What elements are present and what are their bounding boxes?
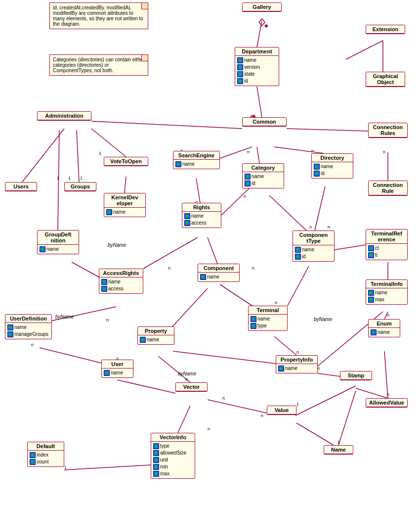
class-title-AccessRights: AccessRights <box>99 269 143 277</box>
class-Name[interactable]: Name <box>324 445 353 455</box>
attr-icon <box>40 246 45 252</box>
class-Enum[interactable]: Enumname <box>368 319 400 337</box>
class-ComponentType[interactable]: ComponentTypenameid <box>293 230 335 262</box>
svg-line-21 <box>72 262 99 277</box>
attr-Property-name: name <box>140 336 172 343</box>
class-VoteToOpen[interactable]: VoteToOpen <box>104 157 148 166</box>
attr-label: id <box>321 170 325 177</box>
attr-AccessRights-access: access <box>101 285 141 292</box>
svg-line-31 <box>384 312 388 319</box>
class-body-VectorInfo: typeallowedSizeunitminmax <box>151 442 195 478</box>
class-AllowedValue[interactable]: AllowedValue <box>366 398 408 408</box>
attr-label: name <box>257 316 270 323</box>
svg-line-20 <box>208 237 217 264</box>
class-Stamp[interactable]: Stamp <box>340 371 372 380</box>
label-2: byName <box>178 371 196 376</box>
class-title-ComponentType: ComponentType <box>293 231 334 245</box>
svg-line-19 <box>143 237 198 269</box>
svg-line-23 <box>288 266 309 306</box>
attr-icon <box>153 457 159 463</box>
class-Administration[interactable]: Administration <box>37 111 91 121</box>
class-ConnectionRules[interactable]: ConnectionRules <box>368 123 408 138</box>
class-TerminalInfo[interactable]: TerminalInfonamemax <box>366 279 408 305</box>
class-title-ConnectionRule: ConnectionRule <box>369 181 407 195</box>
class-Directory[interactable]: Directorynameid <box>311 153 353 179</box>
svg-line-10 <box>22 129 64 182</box>
class-User[interactable]: Username <box>101 360 133 378</box>
class-body-UserDefinition: namemanageGroups <box>5 323 51 339</box>
class-title-Gallery: Gallery <box>243 3 281 11</box>
attr-label: version <box>244 64 260 71</box>
attr-Department-state: state <box>237 71 277 78</box>
svg-text:n: n <box>247 149 250 154</box>
class-title-Directory: Directory <box>312 154 353 162</box>
class-Component[interactable]: Componentname <box>198 264 240 282</box>
class-AccessRights[interactable]: AccessRightsnameaccess <box>99 269 143 294</box>
attr-Directory-id: id <box>314 170 351 177</box>
class-title-Name: Name <box>324 446 353 454</box>
svg-line-42 <box>295 386 356 415</box>
class-Groups[interactable]: Groups <box>64 182 96 191</box>
class-Category[interactable]: Categorynameid <box>242 163 284 188</box>
attr-label: id <box>244 78 248 85</box>
attr-Terminal-type: type <box>251 323 285 329</box>
class-UserDefinition[interactable]: UserDefinitionnamemanageGroups <box>5 314 52 339</box>
attr-label: name <box>147 336 159 343</box>
svg-text:n: n <box>328 225 330 230</box>
svg-line-11 <box>77 130 79 182</box>
class-Vector[interactable]: Vector <box>175 382 208 392</box>
class-Common[interactable]: Common <box>242 117 287 127</box>
svg-text:n: n <box>383 149 385 154</box>
svg-line-33 <box>158 356 190 382</box>
class-title-Terminal: Terminal <box>249 306 287 315</box>
class-Rights[interactable]: Rightsnameaccess <box>182 203 221 228</box>
class-VectorInfo[interactable]: VectorInfotypeallowedSizeunitminmax <box>151 433 195 479</box>
svg-text:1: 1 <box>68 176 71 181</box>
attr-TerminalReference-ti: ti <box>368 252 405 259</box>
class-body-Terminal: nametype <box>249 315 287 330</box>
class-TerminalReference[interactable]: TerminalReferencectti <box>366 229 408 260</box>
class-Value[interactable]: Value <box>267 406 296 415</box>
attr-icon <box>295 247 301 253</box>
attr-label: min <box>160 463 168 470</box>
svg-line-39 <box>208 400 267 413</box>
class-Gallery[interactable]: Gallery <box>242 2 282 12</box>
attr-Component-name: name <box>200 274 237 280</box>
class-body-Category: nameid <box>243 172 284 188</box>
attr-label: name <box>244 57 256 64</box>
class-Property[interactable]: Propertyname <box>137 326 174 345</box>
attr-label: state <box>244 71 255 78</box>
class-Extension[interactable]: Extension <box>366 25 405 34</box>
attr-Department-name: name <box>237 57 277 64</box>
class-SearchEngine[interactable]: SearchEnginename <box>173 151 220 169</box>
attr-icon <box>140 337 146 343</box>
svg-line-0 <box>257 21 262 47</box>
attr-icon <box>278 366 284 371</box>
class-Default[interactable]: Defaultindexcount <box>27 442 64 467</box>
attr-UserDefinition-manageGroups: manageGroups <box>7 331 49 338</box>
class-Department[interactable]: Departmentnameversionstateid <box>235 47 279 86</box>
diagram-container: ◆ ◆ n n n n n n 1 1 1 1 1 n n n n n n n … <box>0 0 420 507</box>
attr-label: name <box>207 274 219 280</box>
class-KernelDeveloper[interactable]: KernelDevelopername <box>104 193 146 217</box>
class-Users[interactable]: Users <box>5 182 37 191</box>
class-ConnectionRule[interactable]: ConnectionRule <box>368 181 408 196</box>
svg-text:n: n <box>296 350 299 355</box>
class-body-Enum: name <box>369 328 400 337</box>
attr-label: type <box>257 323 267 329</box>
attr-icon <box>153 464 159 470</box>
attr-Category-name: name <box>245 173 282 180</box>
class-GraphicalObject[interactable]: GraphicalObject <box>366 72 405 87</box>
class-Terminal[interactable]: Terminalnametype <box>248 306 288 331</box>
svg-text:1: 1 <box>80 176 83 181</box>
attr-icon <box>237 78 243 84</box>
attr-icon <box>7 324 13 330</box>
svg-line-26 <box>168 288 208 331</box>
class-PropertyInfo[interactable]: PropertyInfoname <box>276 355 318 373</box>
attr-icon <box>314 164 320 170</box>
attr-icon <box>106 209 112 215</box>
svg-line-16 <box>269 195 306 230</box>
class-body-KernelDeveloper: name <box>104 208 145 217</box>
attr-icon <box>368 290 374 296</box>
class-GroupDefinition[interactable]: GroupDefinitionname <box>37 230 79 254</box>
